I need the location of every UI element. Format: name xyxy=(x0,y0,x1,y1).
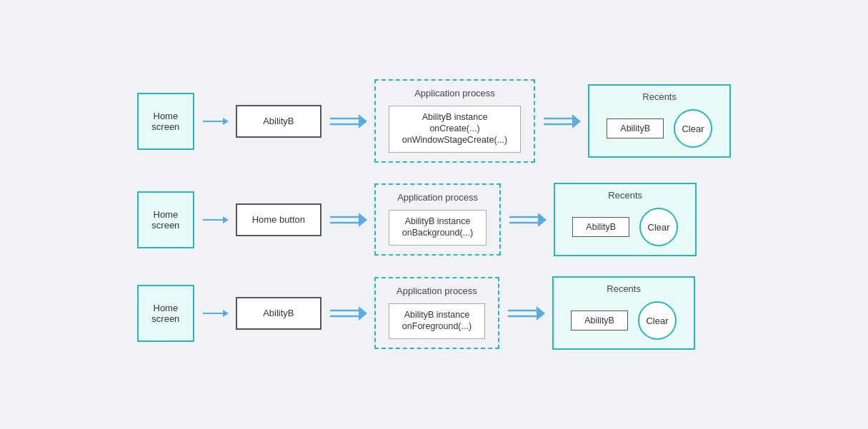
home-screen-2: Homescreen xyxy=(137,191,194,248)
dbl-arrow-3c xyxy=(507,303,545,323)
app-process-inner-2: AbilityB instance onBackground(...) xyxy=(389,210,487,246)
home-screen-label-2: Homescreen xyxy=(151,209,179,231)
action-label-2: Home button xyxy=(252,214,305,225)
row-2: Homescreen Home button Application proce… xyxy=(137,183,731,256)
app-process-title-1: Application process xyxy=(414,88,495,99)
row-3: Homescreen AbilityB Application process … xyxy=(137,276,731,350)
recents-title-3: Recents xyxy=(607,283,641,294)
recents-panel-1: Recents AbilityB Clear xyxy=(588,84,731,158)
row-1: Homescreen AbilityB Application process … xyxy=(137,79,731,163)
svg-marker-15 xyxy=(538,213,547,227)
app-process-1: Application process AbilityB instance on… xyxy=(374,79,535,163)
action-box-3: AbilityB xyxy=(236,297,321,330)
clear-button-2[interactable]: Clear xyxy=(639,208,678,246)
home-screen-label-1: Homescreen xyxy=(151,111,179,132)
app-line-1-2: onWindowStageCreate(...) xyxy=(402,135,507,145)
clear-button-1[interactable]: Clear xyxy=(674,109,712,148)
svg-marker-1 xyxy=(223,118,229,125)
app-process-inner-3: AbilityB instance onForeground(...) xyxy=(389,303,485,339)
svg-marker-4 xyxy=(359,114,367,128)
arrow-3a xyxy=(201,306,229,321)
arrow-1a xyxy=(201,114,229,128)
dbl-arrow-1c xyxy=(542,111,581,131)
app-line-2-0: AbilityB instance xyxy=(405,216,471,226)
recents-ability-2: AbilityB xyxy=(572,217,629,237)
svg-marker-17 xyxy=(223,310,229,317)
svg-marker-20 xyxy=(359,306,367,321)
svg-marker-12 xyxy=(359,213,367,227)
recents-panel-3: Recents AbilityB Clear xyxy=(552,276,695,350)
home-screen-label-3: Homescreen xyxy=(151,303,179,324)
svg-marker-9 xyxy=(223,216,229,223)
action-box-1: AbilityB xyxy=(236,105,321,138)
clear-label-1: Clear xyxy=(682,123,704,134)
app-process-inner-1: AbilityB instance onCreate(...) onWindow… xyxy=(389,106,521,153)
recents-row-1: AbilityB Clear xyxy=(599,109,719,148)
recents-title-1: Recents xyxy=(642,91,677,102)
clear-label-3: Clear xyxy=(646,316,668,326)
diagram: Homescreen AbilityB Application process … xyxy=(116,65,752,364)
recents-ability-3: AbilityB xyxy=(571,311,628,330)
app-process-title-2: Application process xyxy=(397,192,478,203)
action-box-2: Home button xyxy=(236,203,321,236)
svg-marker-7 xyxy=(572,114,581,128)
recents-row-2: AbilityB Clear xyxy=(565,208,685,246)
recents-ability-1: AbilityB xyxy=(607,118,664,138)
app-line-2-1: onBackground(...) xyxy=(402,228,473,238)
dbl-arrow-2b xyxy=(329,210,367,230)
action-label-3: AbilityB xyxy=(263,308,294,318)
svg-marker-23 xyxy=(537,306,545,321)
app-line-3-1: onForeground(...) xyxy=(402,321,472,331)
recents-row-3: AbilityB Clear xyxy=(564,301,684,340)
app-line-1-0: AbilityB instance xyxy=(422,112,488,122)
app-line-1-1: onCreate(...) xyxy=(429,123,479,133)
dbl-arrow-1b xyxy=(329,111,367,131)
app-process-title-3: Application process xyxy=(396,286,477,296)
home-screen-3: Homescreen xyxy=(137,285,194,342)
action-label-1: AbilityB xyxy=(263,116,294,126)
arrow-2a xyxy=(201,213,229,227)
home-screen-1: Homescreen xyxy=(137,93,194,150)
clear-button-3[interactable]: Clear xyxy=(638,301,677,340)
app-process-3: Application process AbilityB instance on… xyxy=(374,277,499,349)
recents-title-2: Recents xyxy=(608,190,642,201)
app-process-2: Application process AbilityB instance on… xyxy=(374,183,501,256)
recents-panel-2: Recents AbilityB Clear xyxy=(554,183,697,256)
dbl-arrow-3b xyxy=(329,303,367,323)
app-line-3-0: AbilityB instance xyxy=(404,310,470,320)
dbl-arrow-2c xyxy=(508,210,547,230)
clear-label-2: Clear xyxy=(648,222,670,233)
